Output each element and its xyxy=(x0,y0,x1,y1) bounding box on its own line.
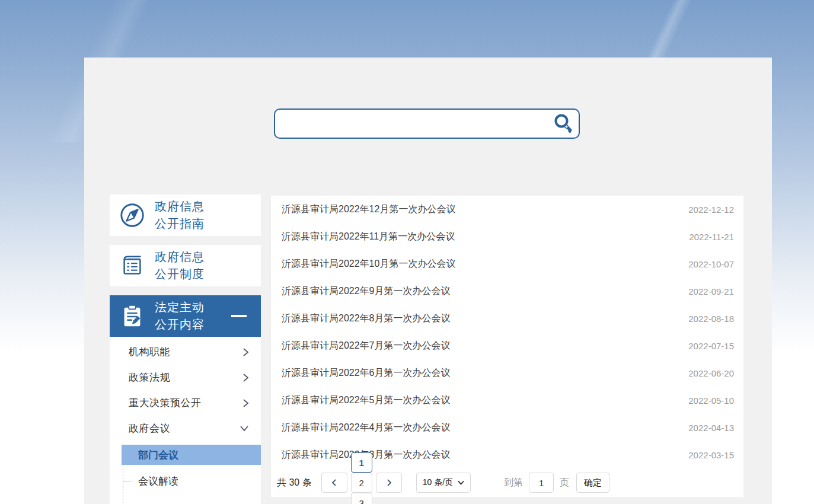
sidebar-item-label: 政府信息 公开指南 xyxy=(155,198,205,232)
search-box xyxy=(274,109,580,139)
list-item[interactable]: 沂源县审计局2022年9月第一次办公会议 2022-09-21 xyxy=(271,277,743,305)
goto-suffix-label: 页 xyxy=(560,477,569,489)
submenu-item[interactable]: 会议解读 xyxy=(110,468,261,494)
list-item-date: 2022-03-15 xyxy=(688,450,734,460)
meeting-list: 沂源县审计局2022年12月第一次办公会议 2022-12-12 沂源县审计局2… xyxy=(271,196,743,468)
goto-page-group: 到第 页 确定 xyxy=(504,473,609,493)
sidebar-submenu: 部门会议会议解读 xyxy=(110,445,261,494)
menu-item-label: 重大决策预公开 xyxy=(129,396,202,410)
page-size-label: 10 条/页 xyxy=(423,477,453,488)
list-item[interactable]: 沂源县审计局2022年7月第一次办公会议 2022-07-15 xyxy=(271,332,743,359)
list-item-title: 沂源县审计局2022年9月第一次办公会议 xyxy=(282,285,451,298)
list-item-title: 沂源县审计局2022年8月第一次办公会议 xyxy=(282,312,451,325)
meeting-list-panel: 沂源县审计局2022年12月第一次办公会议 2022-12-12 沂源县审计局2… xyxy=(271,196,743,497)
list-item[interactable]: 沂源县审计局2022年11月第一次办公会议 2022-11-21 xyxy=(271,223,743,250)
sidebar-menu-item[interactable]: 政策法规 xyxy=(110,365,261,390)
list-item-date: 2022-05-10 xyxy=(688,395,734,406)
list-item-title: 沂源县审计局2022年6月第一次办公会议 xyxy=(282,367,451,379)
sidebar-item-guide[interactable]: 政府信息 公开指南 xyxy=(110,194,261,236)
collapse-minus-icon[interactable] xyxy=(231,315,247,317)
content-panel: 政府信息 公开指南 政府信息 公开制度 xyxy=(84,58,772,504)
menu-item-label: 政府会议 xyxy=(129,422,170,435)
sidebar-item-label: 法定主动 公开内容 xyxy=(155,299,205,333)
total-count-label: 共 30 条 xyxy=(277,477,312,489)
list-item-date: 2022-11-21 xyxy=(689,232,734,242)
list-item-title: 沂源县审计局2022年12月第一次办公会议 xyxy=(282,203,455,216)
page-number-button[interactable]: 1 xyxy=(351,452,372,473)
sidebar-menu-item[interactable]: 重大决策预公开 xyxy=(110,390,261,416)
goto-page-input[interactable] xyxy=(529,473,554,493)
list-item[interactable]: 沂源县审计局2022年4月第一次办公会议 2022-04-13 xyxy=(271,414,743,441)
menu-item-label: 机构职能 xyxy=(129,345,170,359)
goto-prefix-label: 到第 xyxy=(504,477,523,489)
search-input[interactable] xyxy=(275,110,551,138)
list-item-date: 2022-10-07 xyxy=(688,259,734,269)
page-number-button[interactable]: 3 xyxy=(351,493,372,504)
chevron-right-icon xyxy=(242,398,249,408)
sidebar-menu-item[interactable]: 机构职能 xyxy=(110,339,261,365)
list-item-date: 2022-07-15 xyxy=(688,341,734,351)
sidebar-item-system[interactable]: 政府信息 公开制度 xyxy=(110,245,261,286)
list-item-date: 2022-12-12 xyxy=(688,205,734,215)
list-item-date: 2022-09-21 xyxy=(688,286,734,296)
list-item-title: 沂源县审计局2022年5月第一次办公会议 xyxy=(282,394,451,407)
submenu-item-active[interactable]: 部门会议 xyxy=(122,445,261,465)
sidebar-item-label: 政府信息 公开制度 xyxy=(155,248,205,283)
next-page-button[interactable] xyxy=(376,473,402,493)
compass-icon xyxy=(110,202,155,229)
list-item-title: 沂源县审计局2022年11月第一次办公会议 xyxy=(282,231,455,243)
list-item-title: 沂源县审计局2022年4月第一次办公会议 xyxy=(282,422,451,434)
chevron-down-icon xyxy=(240,425,249,432)
prev-page-button[interactable] xyxy=(321,473,347,493)
clipboard-pencil-icon xyxy=(110,302,155,330)
list-item[interactable]: 沂源县审计局2022年10月第一次办公会议 2022-10-07 xyxy=(271,250,743,277)
list-item-date: 2022-04-13 xyxy=(688,423,734,433)
list-item[interactable]: 沂源县审计局2022年6月第一次办公会议 2022-06-20 xyxy=(271,359,743,387)
sidebar-item-legal-disclosure[interactable]: 法定主动 公开内容 xyxy=(110,295,261,337)
list-item[interactable]: 沂源县审计局2022年3月第一次办公会议 2022-03-15 xyxy=(271,441,743,468)
pagination-bar: 共 30 条 123 10 条/页 到第 页 xyxy=(271,468,743,497)
sidebar-menu-item[interactable]: 政府会议 xyxy=(110,416,261,441)
list-item[interactable]: 沂源县审计局2022年5月第一次办公会议 2022-05-10 xyxy=(271,387,743,414)
chevron-right-icon xyxy=(385,479,392,487)
list-item-date: 2022-08-18 xyxy=(688,314,734,324)
menu-item-label: 政策法规 xyxy=(129,371,170,384)
page-number-button[interactable]: 2 xyxy=(351,473,372,493)
chevron-right-icon xyxy=(242,347,249,357)
list-item-title: 沂源县审计局2022年10月第一次办公会议 xyxy=(282,258,455,270)
chevron-left-icon xyxy=(331,479,338,487)
goto-confirm-button[interactable]: 确定 xyxy=(576,473,609,493)
page-size-select[interactable]: 10 条/页 xyxy=(416,473,471,493)
list-item-title: 沂源县审计局2022年7月第一次办公会议 xyxy=(282,340,451,352)
sidebar: 政府信息 公开指南 政府信息 公开制度 xyxy=(110,194,261,504)
list-item-date: 2022-06-20 xyxy=(688,368,734,378)
sidebar-menu: 机构职能 政策法规 重大决策预公开 政府会议 部门会议会议解读 xyxy=(110,337,261,504)
chevron-right-icon xyxy=(242,373,249,382)
list-item[interactable]: 沂源县审计局2022年12月第一次办公会议 2022-12-12 xyxy=(271,196,743,223)
search-icon[interactable] xyxy=(551,112,575,136)
ledger-icon xyxy=(110,252,155,279)
caret-down-icon xyxy=(458,480,464,485)
list-item[interactable]: 沂源县审计局2022年8月第一次办公会议 2022-08-18 xyxy=(271,305,743,332)
